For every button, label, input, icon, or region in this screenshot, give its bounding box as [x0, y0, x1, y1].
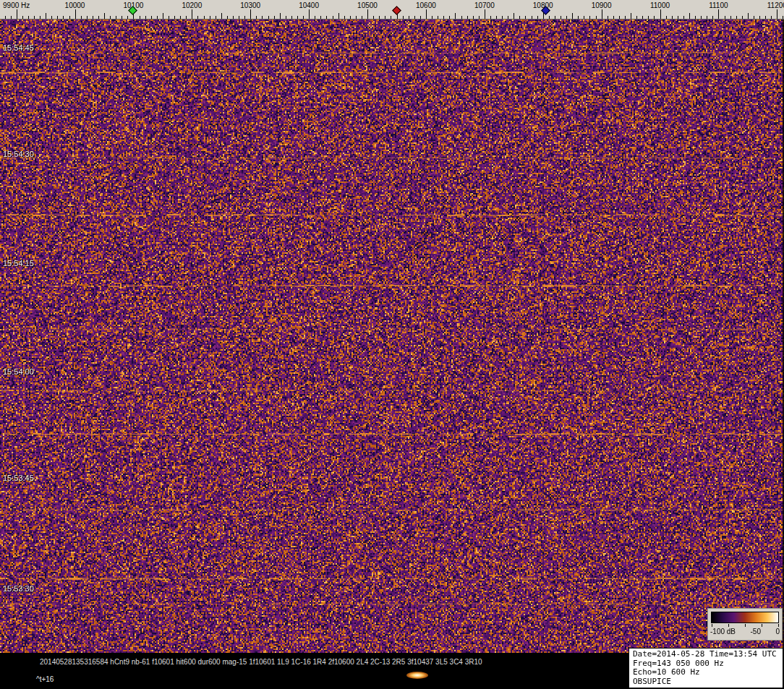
time-label: 15:53:30 [3, 584, 34, 593]
freq-tick [326, 16, 327, 19]
freq-tick [532, 16, 532, 19]
freq-tick [221, 13, 222, 19]
colorbar-label-min: -100 dB [710, 628, 736, 635]
freq-tick [391, 16, 391, 19]
freq-tick [625, 16, 626, 19]
spectrogram-canvas[interactable] [0, 20, 784, 653]
freq-tick [443, 16, 444, 19]
freq-label: 10900 [592, 1, 612, 9]
freq-tick [210, 16, 210, 19]
freq-tick [707, 16, 707, 19]
freq-tick [725, 16, 725, 19]
freq-tick [648, 16, 649, 19]
freq-tick [297, 16, 298, 19]
colorbar-label-max: 0 [775, 628, 780, 635]
freq-tick [578, 16, 579, 19]
freq-tick [315, 16, 315, 19]
freq-tick [730, 16, 731, 19]
frequency-ruler[interactable]: 9900 Hz100001010010200103001040010500106… [0, 0, 784, 20]
freq-tick [549, 16, 550, 19]
colorbar-labels: -100 dB -50 0 [710, 628, 780, 635]
freq-tick [303, 16, 304, 19]
freq-tick [338, 13, 339, 19]
freq-tick [227, 16, 228, 19]
freq-tick [689, 13, 690, 19]
colorbar-ticks [712, 624, 778, 627]
freq-label: 10600 [416, 1, 436, 9]
status-line: 20140528135316584 hCnt9 nb-61 f10601 hit… [40, 658, 482, 666]
freq-tick [467, 16, 468, 19]
freq-label: 9900 Hz [3, 1, 30, 9]
freq-tick [286, 16, 286, 19]
freq-label: 10300 [240, 1, 260, 9]
freq-label: 10700 [474, 1, 495, 9]
freq-tick [426, 9, 427, 19]
freq-tick [87, 16, 88, 19]
freq-tick [613, 16, 614, 19]
time-label: 15:54:15 [3, 259, 34, 268]
freq-tick [642, 16, 643, 19]
time-label: 15:54:45 [3, 43, 34, 52]
freq-tick [379, 16, 380, 19]
freq-tick [385, 16, 385, 19]
freq-tick [46, 13, 46, 19]
freq-tick [34, 16, 35, 19]
info-date-time: Date=2014-05-28 Time=13:54 UTC [633, 650, 779, 659]
freq-tick [519, 16, 520, 19]
freq-tick [204, 16, 205, 19]
colorbar-label-mid: -50 [751, 628, 761, 635]
freq-tick [122, 16, 122, 19]
freq-tick [333, 16, 333, 19]
freq-tick [777, 9, 777, 19]
freq-tick [502, 16, 503, 19]
freq-tick [98, 16, 99, 19]
freq-tick [420, 16, 421, 19]
colorbar-tick [762, 624, 762, 627]
freq-tick [239, 16, 239, 19]
freq-tick [216, 16, 216, 19]
freq-tick [631, 13, 631, 19]
time-label: 15:54:30 [3, 150, 34, 158]
freq-tick [63, 16, 64, 19]
freq-label: 11200 [767, 1, 784, 9]
freq-tick [561, 16, 561, 19]
freq-tick [362, 16, 362, 19]
freq-tick [508, 16, 508, 19]
freq-tick [233, 16, 234, 19]
freq-label: 11000 [650, 1, 670, 9]
freq-tick [262, 16, 263, 19]
time-label: 15:54:00 [3, 367, 34, 376]
freq-tick [197, 16, 198, 19]
freq-tick [672, 16, 673, 19]
freq-tick [660, 9, 661, 19]
freq-tick [783, 16, 783, 19]
freq-tick [765, 16, 766, 19]
freq-tick [104, 13, 105, 19]
freq-tick [572, 13, 573, 19]
freq-tick [596, 16, 597, 19]
freq-tick [169, 16, 169, 19]
freq-tick [51, 16, 52, 19]
freq-tick [432, 16, 433, 19]
freq-tick [701, 16, 702, 19]
colorbar-tick [712, 624, 712, 627]
freq-marker-red[interactable] [392, 6, 401, 15]
freq-tick [192, 9, 192, 19]
freq-label: 11100 [709, 1, 728, 9]
freq-tick [736, 16, 737, 19]
freq-tick [496, 16, 497, 19]
freq-tick [455, 13, 456, 19]
freq-tick [28, 16, 29, 19]
intensity-scale-legend: -100 dB -50 0 [707, 608, 783, 641]
freq-tick [69, 16, 70, 19]
freq-tick [291, 16, 292, 19]
freq-tick [485, 9, 485, 19]
freq-tick [654, 16, 655, 19]
freq-tick [514, 13, 514, 19]
freq-tick [151, 16, 152, 19]
freq-tick [537, 16, 538, 19]
freq-tick [608, 16, 608, 19]
freq-label: 10400 [299, 1, 319, 9]
freq-tick [367, 9, 368, 19]
freq-tick [81, 16, 82, 19]
